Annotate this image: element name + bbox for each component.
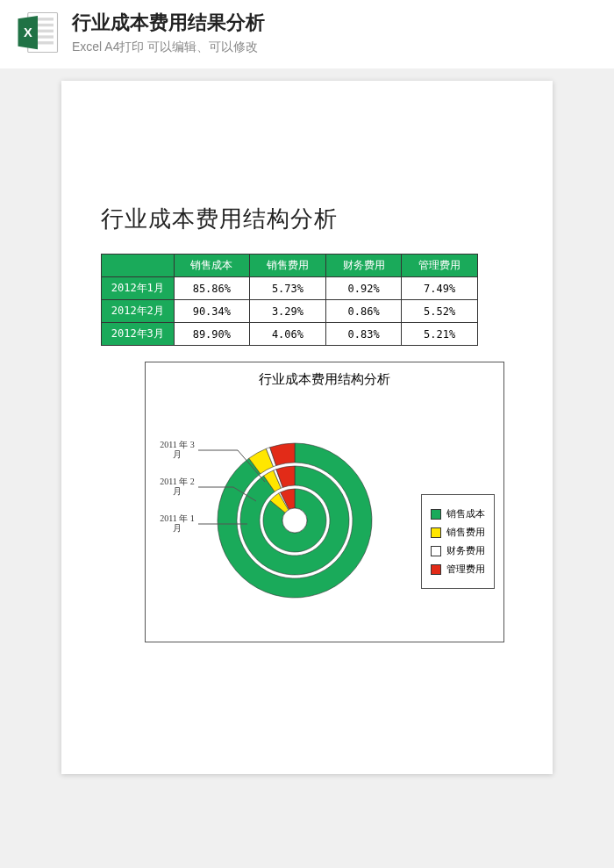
row-label: 2012年3月: [102, 323, 175, 346]
table-corner: [102, 255, 175, 277]
legend-label: 销售成本: [446, 507, 485, 520]
legend-label: 管理费用: [446, 563, 485, 576]
header-subtitle: Excel A4打印 可以编辑、可以修改: [72, 39, 265, 55]
stage: 行业成本费用结构分析 销售成本 销售费用 财务费用 管理费用 2012年1月 8…: [0, 68, 614, 786]
cost-table: 销售成本 销售费用 财务费用 管理费用 2012年1月 85.86% 5.73%…: [101, 254, 478, 346]
app-header: X 行业成本费用结果分析 Excel A4打印 可以编辑、可以修改: [0, 0, 614, 68]
swatch-icon: [431, 564, 441, 575]
cell: 4.06%: [250, 323, 326, 346]
cell: 5.52%: [402, 300, 478, 323]
ring-label-3: 2011 年 3月: [156, 440, 198, 459]
legend-item: 销售费用: [431, 526, 485, 539]
col-header: 管理费用: [402, 255, 478, 277]
legend-item: 管理费用: [431, 563, 485, 576]
cell: 5.73%: [250, 277, 326, 300]
cell: 0.83%: [325, 323, 402, 346]
swatch-icon: [431, 527, 441, 538]
table-row: 2012年3月 89.90% 4.06% 0.83% 5.21%: [102, 323, 478, 346]
document-page: 行业成本费用结构分析 销售成本 销售费用 财务费用 管理费用 2012年1月 8…: [61, 81, 553, 774]
cell: 0.92%: [325, 277, 402, 300]
document-title: 行业成本费用结构分析: [101, 204, 513, 234]
cell: 85.86%: [174, 277, 250, 300]
col-header: 销售费用: [250, 255, 326, 277]
chart-container: 行业成本费用结构分析 2011 年 3月 2011 年 2月 2011 年 1月…: [145, 362, 504, 642]
table-row: 2012年1月 85.86% 5.73% 0.92% 7.49%: [102, 277, 478, 300]
ring-label-1: 2011 年 1月: [156, 513, 198, 533]
swatch-icon: [431, 546, 441, 556]
ring-label-2: 2011 年 2月: [156, 477, 198, 496]
cell: 5.21%: [402, 323, 478, 346]
svg-text:X: X: [24, 25, 32, 39]
chart-legend: 销售成本 销售费用 财务费用 管理费用: [421, 494, 495, 589]
leader-lines: [154, 398, 391, 626]
cell: 3.29%: [250, 300, 326, 323]
legend-label: 销售费用: [446, 526, 485, 539]
header-title: 行业成本费用结果分析: [72, 10, 265, 36]
table-row: 2012年2月 90.34% 3.29% 0.86% 5.52%: [102, 300, 478, 323]
swatch-icon: [431, 509, 441, 520]
header-text: 行业成本费用结果分析 Excel A4打印 可以编辑、可以修改: [72, 10, 265, 55]
col-header: 销售成本: [174, 255, 250, 277]
table-header-row: 销售成本 销售费用 财务费用 管理费用: [102, 255, 478, 277]
cell: 7.49%: [402, 277, 478, 300]
cell: 89.90%: [174, 323, 250, 346]
chart-title: 行业成本费用结构分析: [146, 362, 503, 388]
row-label: 2012年1月: [102, 277, 175, 300]
cell: 0.86%: [325, 300, 402, 323]
chart-area: 2011 年 3月 2011 年 2月 2011 年 1月 销售成本 销售费用 …: [146, 398, 503, 642]
excel-icon: X: [14, 9, 61, 56]
legend-item: 财务费用: [431, 544, 485, 557]
row-label: 2012年2月: [102, 300, 175, 323]
cell: 90.34%: [174, 300, 250, 323]
col-header: 财务费用: [325, 255, 402, 277]
legend-item: 销售成本: [431, 507, 485, 520]
legend-label: 财务费用: [446, 544, 485, 557]
